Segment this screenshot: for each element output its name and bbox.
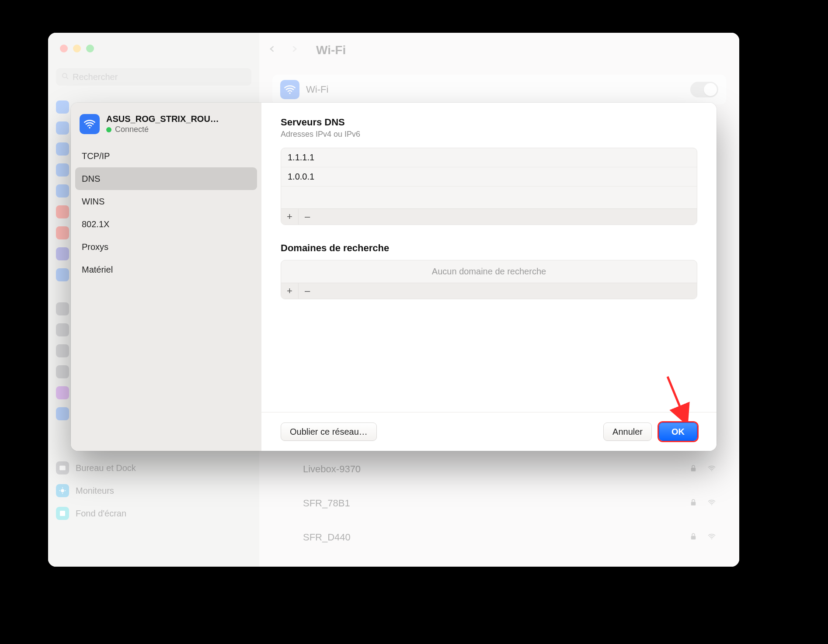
network-settings-modal: ASUS_ROG_STRIX_ROU… Connecté TCP/IP DNS … <box>71 103 717 451</box>
tab-proxies[interactable]: Proxys <box>75 235 257 258</box>
tab-tcpip[interactable]: TCP/IP <box>75 145 257 167</box>
annotation-arrow-icon <box>661 374 696 422</box>
tab-dns[interactable]: DNS <box>75 167 257 190</box>
dns-server-item[interactable]: 1.0.0.1 <box>281 167 697 187</box>
section-subtitle: Adresses IPv4 ou IPv6 <box>281 130 697 139</box>
system-settings-window: Rechercher <box>48 33 739 567</box>
wifi-icon <box>80 114 100 134</box>
status-text: Connecté <box>115 125 149 134</box>
tab-label: DNS <box>82 174 100 184</box>
modal-content: Serveurs DNS Adresses IPv4 ou IPv6 1.1.1… <box>261 103 717 451</box>
add-domain-button[interactable]: + <box>281 283 299 299</box>
modal-sidebar: ASUS_ROG_STRIX_ROU… Connecté TCP/IP DNS … <box>71 103 261 451</box>
tab-label: 802.1X <box>82 219 109 229</box>
dns-server-item[interactable]: 1.1.1.1 <box>281 148 697 167</box>
modal-network-header: ASUS_ROG_STRIX_ROU… Connecté <box>75 114 257 138</box>
cancel-button[interactable]: Annuler <box>603 422 652 441</box>
remove-domain-button[interactable]: – <box>299 283 316 299</box>
forget-network-button[interactable]: Oublier ce réseau… <box>281 422 377 441</box>
empty-state-text: Aucun domaine de recherche <box>281 260 697 283</box>
status-dot-icon <box>106 127 111 132</box>
section-dns-servers: Serveurs DNS Adresses IPv4 ou IPv6 1.1.1… <box>281 117 697 225</box>
add-dns-button[interactable]: + <box>281 209 299 225</box>
svg-point-12 <box>89 127 90 128</box>
tab-label: Matériel <box>82 265 113 275</box>
remove-dns-button[interactable]: – <box>299 209 316 225</box>
network-status: Connecté <box>106 125 219 134</box>
section-title: Domaines de recherche <box>281 242 697 254</box>
tab-label: Proxys <box>82 242 108 252</box>
modal-tabs: TCP/IP DNS WINS 802.1X Proxys Matériel <box>75 145 257 281</box>
modal-footer: Oublier ce réseau… Annuler OK <box>261 412 717 451</box>
section-title: Serveurs DNS <box>281 117 697 128</box>
section-search-domains: Domaines de recherche Aucun domaine de r… <box>281 242 697 299</box>
ok-button[interactable]: OK <box>659 422 697 441</box>
tab-label: TCP/IP <box>82 151 110 161</box>
tab-8021x[interactable]: 802.1X <box>75 213 257 235</box>
tab-wins[interactable]: WINS <box>75 190 257 213</box>
tab-hardware[interactable]: Matériel <box>75 258 257 281</box>
dns-server-list[interactable]: 1.1.1.1 1.0.0.1 + – <box>281 148 697 225</box>
svg-line-14 <box>668 377 684 416</box>
tab-label: WINS <box>82 197 104 207</box>
network-name: ASUS_ROG_STRIX_ROU… <box>106 114 219 124</box>
search-domain-list[interactable]: Aucun domaine de recherche + – <box>281 260 697 299</box>
